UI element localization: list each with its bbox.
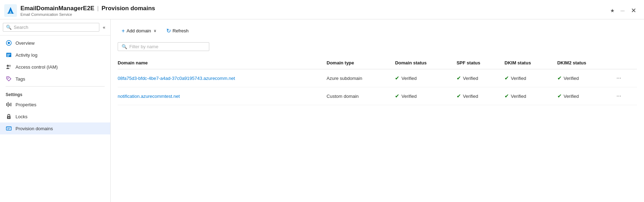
sidebar-search-row: 🔍 « <box>0 19 110 36</box>
sidebar-item-properties-label: Properties <box>16 102 36 107</box>
main-layout: 🔍 « Overview Activity log <box>0 19 644 202</box>
more-options-header-button[interactable]: ··· <box>619 7 626 14</box>
domain-name-link-2[interactable]: notification.azurecommtest.net <box>118 94 180 99</box>
domain-type-cell-2: Custom domain <box>327 87 395 105</box>
properties-icon <box>6 101 12 108</box>
header-left: EmailDomainManagerE2E | Provision domain… <box>4 4 155 17</box>
svg-point-5 <box>8 42 10 44</box>
svg-rect-15 <box>9 103 10 106</box>
provision-domains-icon <box>6 125 12 132</box>
dkim2-status-cell-2: ✔ Verified <box>557 87 614 105</box>
close-icon: ✕ <box>631 7 636 14</box>
header-actions: ★ ··· ✕ <box>609 6 638 15</box>
sidebar-item-properties[interactable]: Properties <box>0 99 110 111</box>
close-button[interactable]: ✕ <box>629 6 638 15</box>
sidebar-item-locks-label: Locks <box>16 114 27 119</box>
domain-status-badge-1: ✔ Verified <box>395 75 452 81</box>
dkim2-status-text-1: Verified <box>564 76 579 81</box>
domain-name-cell: 08fa75d3-bfdc-4be7-a4ad-37c0a9195743.azu… <box>118 69 327 87</box>
domain-name-link-1[interactable]: 08fa75d3-bfdc-4be7-a4ad-37c0a9195743.azu… <box>118 76 235 81</box>
dkim-status-badge-1: ✔ Verified <box>504 75 553 81</box>
table-body: 08fa75d3-bfdc-4be7-a4ad-37c0a9195743.azu… <box>118 69 637 105</box>
col-header-domain-status: Domain status <box>395 57 457 69</box>
collapse-sidebar-button[interactable]: « <box>101 24 107 31</box>
dkim2-status-badge-1: ✔ Verified <box>557 75 610 81</box>
search-icon: 🔍 <box>6 25 12 30</box>
svg-rect-3 <box>7 13 14 14</box>
refresh-label: Refresh <box>173 28 189 33</box>
dkim-verified-icon-1: ✔ <box>504 75 509 81</box>
star-icon: ★ <box>610 8 615 13</box>
domain-status-cell-1: ✔ Verified <box>395 69 457 87</box>
svg-point-18 <box>8 117 10 118</box>
content-toolbar: + Add domain ∨ ↻ Refresh <box>118 25 637 37</box>
collapse-icon: « <box>103 25 105 30</box>
sidebar-item-tags[interactable]: Tags <box>0 73 110 85</box>
domain-type-cell-1: Azure subdomain <box>327 69 395 87</box>
svg-rect-8 <box>7 55 10 56</box>
overview-icon <box>6 40 12 46</box>
more-icon: ··· <box>620 8 625 13</box>
dkim2-verified-icon-2: ✔ <box>557 93 562 99</box>
svg-point-10 <box>7 65 9 67</box>
spf-status-cell-2: ✔ Verified <box>457 87 504 105</box>
dkim-status-text-1: Verified <box>511 76 526 81</box>
locks-icon <box>6 113 12 120</box>
svg-rect-7 <box>7 54 11 55</box>
dkim-status-cell-1: ✔ Verified <box>504 69 557 87</box>
favorite-button[interactable]: ★ <box>609 7 616 14</box>
resource-subtitle: Email Communication Service <box>20 12 155 17</box>
sidebar-item-locks[interactable]: Locks <box>0 111 110 122</box>
page-header-title: EmailDomainManagerE2E | Provision domain… <box>20 5 155 12</box>
svg-point-12 <box>8 78 9 79</box>
table-row: notification.azurecommtest.net Custom do… <box>118 87 637 105</box>
domain-name-cell-2: notification.azurecommtest.net <box>118 87 327 105</box>
sidebar-search-box[interactable]: 🔍 <box>3 23 99 32</box>
resource-name: EmailDomainManagerE2E <box>20 5 94 12</box>
domain-status-text-2: Verified <box>401 94 416 99</box>
table-header: Domain name Domain type Domain status SP… <box>118 57 637 69</box>
filter-bar[interactable]: 🔍 <box>118 42 209 51</box>
dkim-verified-icon-2: ✔ <box>504 93 509 99</box>
sidebar-divider <box>6 86 105 87</box>
refresh-icon: ↻ <box>166 27 171 34</box>
sidebar-item-access-control[interactable]: Access control (IAM) <box>0 61 110 73</box>
col-header-dkim-status: DKIM status <box>504 57 557 69</box>
sidebar-item-activity-log[interactable]: Activity log <box>0 49 110 61</box>
sidebar-item-provision-domains[interactable]: Provision domains <box>0 122 110 134</box>
col-header-domain-name: Domain name <box>118 57 327 69</box>
domain-status-cell-2: ✔ Verified <box>395 87 457 105</box>
sidebar-nav: Overview Activity log Access control (IA… <box>0 36 110 136</box>
col-header-dkim2-status: DKIM2 status <box>557 57 614 69</box>
refresh-button[interactable]: ↻ Refresh <box>162 25 193 37</box>
filter-input[interactable] <box>129 44 205 49</box>
dkim-status-cell-2: ✔ Verified <box>504 87 557 105</box>
main-content: + Add domain ∨ ↻ Refresh 🔍 Domain name D… <box>111 19 644 202</box>
access-control-icon <box>6 64 12 70</box>
add-domain-button[interactable]: + Add domain ∨ <box>118 25 160 37</box>
spf-status-text-1: Verified <box>463 76 478 81</box>
page-title: Provision domains <box>101 5 155 12</box>
svg-rect-9 <box>7 56 9 57</box>
add-domain-label: Add domain <box>126 28 151 33</box>
spf-status-cell-1: ✔ Verified <box>457 69 504 87</box>
svg-rect-20 <box>6 127 11 128</box>
sidebar-item-access-control-label: Access control (IAM) <box>16 64 58 70</box>
filter-search-icon: 🔍 <box>122 44 127 49</box>
sidebar-item-activity-log-label: Activity log <box>16 52 37 58</box>
spf-verified-icon-1: ✔ <box>457 75 461 81</box>
row-more-button-2[interactable]: ··· <box>614 92 623 100</box>
settings-section-header: Settings <box>0 88 110 99</box>
row-actions-cell-2: ··· <box>614 87 637 105</box>
dkim-status-badge-2: ✔ Verified <box>504 93 553 99</box>
tags-icon <box>6 76 12 82</box>
col-header-actions <box>614 57 637 69</box>
dkim-status-text-2: Verified <box>511 94 526 99</box>
sidebar-item-overview[interactable]: Overview <box>0 37 110 49</box>
domain-status-verified-icon-1: ✔ <box>395 75 400 81</box>
search-input[interactable] <box>14 25 96 30</box>
row-more-button-1[interactable]: ··· <box>614 74 623 82</box>
header-title-block: EmailDomainManagerE2E | Provision domain… <box>20 5 155 17</box>
svg-rect-13 <box>6 103 7 106</box>
spf-status-badge-2: ✔ Verified <box>457 93 500 99</box>
